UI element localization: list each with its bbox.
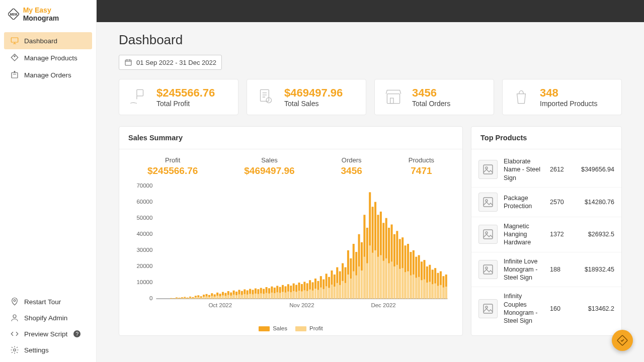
product-name: Magnetic Hanging Hardware — [504, 222, 544, 247]
sidebar-item-products[interactable]: Manage Products — [4, 49, 92, 66]
footer-label: Shopify Admin — [24, 314, 67, 322]
svg-rect-84 — [252, 294, 254, 299]
svg-rect-9 — [137, 89, 143, 96]
product-amount: $26932.5 — [576, 231, 614, 238]
calendar-icon — [124, 58, 132, 66]
image-icon — [482, 263, 494, 276]
svg-rect-108 — [284, 293, 286, 299]
date-range-picker[interactable]: 01 Sep 2022 - 31 Dec 2022 — [119, 55, 222, 70]
sidebar-item-orders[interactable]: Manage Orders — [4, 66, 92, 83]
svg-rect-102 — [276, 292, 278, 299]
svg-rect-66 — [227, 295, 229, 299]
svg-rect-28 — [176, 298, 178, 299]
svg-rect-56 — [214, 297, 216, 299]
svg-rect-134 — [320, 288, 322, 299]
svg-rect-162 — [358, 266, 360, 299]
svg-rect-8 — [125, 60, 131, 65]
top-product-row[interactable]: Infinite Love Monogram - Steel Sign 188 … — [471, 252, 621, 288]
page-title: Dashboard — [119, 32, 622, 48]
product-thumb — [478, 193, 498, 212]
product-thumb — [478, 299, 498, 318]
svg-rect-220 — [437, 286, 439, 299]
svg-rect-186 — [390, 261, 392, 299]
svg-rect-4 — [12, 73, 18, 78]
top-product-row[interactable]: Infinity Couples Monogram - Steel Sign 1… — [471, 287, 621, 330]
stat-label: Total Orders — [412, 100, 450, 108]
panel-header: Sales Summary — [119, 127, 462, 149]
stat-label: Total Profit — [156, 100, 215, 108]
svg-rect-104 — [279, 293, 281, 299]
stat-value: 3456 — [412, 86, 450, 100]
svg-rect-226 — [445, 287, 447, 299]
top-product-row[interactable]: Elaborate Name - Steel Sign 2612 $349656… — [471, 152, 621, 188]
image-icon — [482, 196, 494, 208]
svg-rect-140 — [328, 288, 330, 299]
footer-settings[interactable]: Settings — [4, 342, 92, 358]
svg-rect-156 — [350, 279, 352, 299]
svg-rect-150 — [342, 281, 344, 299]
legend-entry-profit: Profit — [295, 325, 323, 331]
chart-legend: Sales Profit — [119, 325, 462, 335]
svg-rect-82 — [249, 294, 251, 299]
top-product-row[interactable]: Package Protection 2570 $14280.76 — [471, 188, 621, 217]
product-amount: $14280.76 — [576, 199, 614, 206]
svg-point-233 — [486, 200, 488, 202]
svg-rect-234 — [484, 230, 493, 239]
svg-rect-92 — [263, 294, 265, 299]
summary-label: Sales — [244, 156, 294, 164]
footer-shopify-admin[interactable]: Shopify Admin — [4, 310, 92, 326]
svg-rect-238 — [484, 304, 493, 313]
svg-rect-154 — [347, 275, 349, 299]
svg-text:Dec 2022: Dec 2022 — [371, 303, 395, 309]
svg-text:0: 0 — [149, 296, 152, 302]
sidebar: MEM My Easy Monogram Dashboard Manage Pr… — [0, 0, 97, 362]
svg-rect-64 — [224, 296, 226, 299]
svg-rect-116 — [295, 292, 297, 299]
stat-card-imported: 348Imported Products — [502, 79, 622, 115]
store-icon — [383, 86, 404, 108]
svg-text:MEM: MEM — [10, 13, 17, 16]
svg-rect-124 — [306, 291, 308, 299]
footer-label: Preview Script — [24, 330, 67, 338]
product-name: Infinity Couples Monogram - Steel Sign — [504, 292, 544, 325]
footer-restart-tour[interactable]: Restart Tour — [4, 294, 92, 310]
main-nav: Dashboard Manage Products Manage Orders — [0, 28, 96, 87]
footer-nav: Restart Tour Shopify Admin Preview Scrip… — [0, 290, 96, 362]
clipboard-icon — [255, 86, 276, 108]
svg-rect-168 — [366, 263, 368, 299]
svg-rect-146 — [336, 283, 338, 299]
svg-rect-96 — [268, 294, 270, 299]
svg-text:10000: 10000 — [136, 280, 152, 286]
svg-rect-206 — [418, 277, 420, 299]
svg-rect-114 — [293, 291, 295, 299]
product-qty: 2612 — [550, 166, 570, 173]
svg-point-235 — [486, 232, 488, 234]
svg-rect-172 — [372, 253, 374, 299]
svg-rect-94 — [266, 293, 268, 299]
top-product-row[interactable]: Magnetic Hanging Hardware 1372 $26932.5 — [471, 217, 621, 252]
svg-rect-136 — [323, 289, 325, 299]
footer-preview-script[interactable]: Preview Script ? — [4, 326, 92, 342]
svg-rect-192 — [399, 269, 401, 299]
svg-text:Oct 2022: Oct 2022 — [208, 303, 232, 309]
svg-rect-148 — [339, 285, 341, 299]
summary-value: $469497.96 — [244, 165, 294, 176]
svg-rect-76 — [241, 295, 243, 299]
pin-icon — [10, 297, 19, 306]
svg-rect-50 — [205, 296, 207, 299]
svg-rect-184 — [388, 263, 390, 299]
svg-rect-204 — [415, 278, 417, 299]
svg-rect-80 — [247, 295, 249, 299]
svg-rect-176 — [377, 257, 379, 299]
user-icon — [10, 313, 19, 322]
svg-rect-166 — [363, 257, 365, 299]
stat-label: Total Sales — [284, 100, 343, 108]
brand-part2: Monogram — [23, 14, 59, 22]
summary-value: 7471 — [409, 165, 434, 176]
svg-point-231 — [486, 167, 488, 169]
sidebar-item-dashboard[interactable]: Dashboard — [4, 32, 92, 49]
fab-button[interactable] — [612, 330, 633, 351]
stat-value: 348 — [540, 86, 597, 100]
svg-rect-138 — [326, 286, 328, 299]
svg-rect-182 — [385, 258, 387, 299]
